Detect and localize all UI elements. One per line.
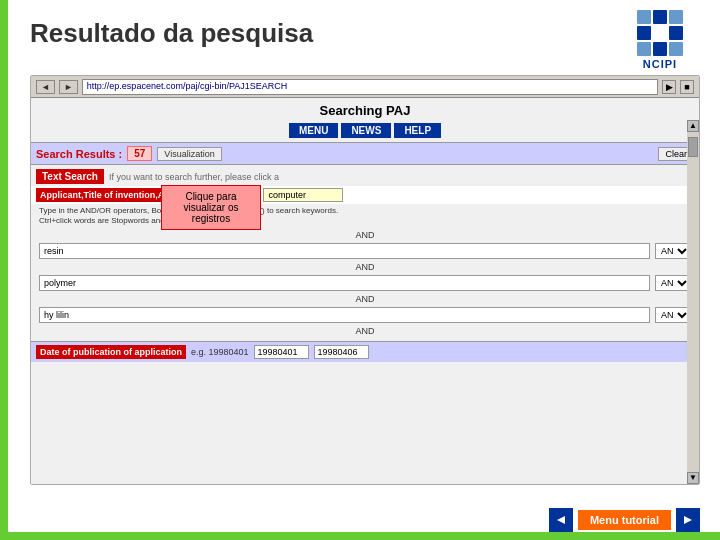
green-bar-left [0,0,8,540]
instructions: Type in the AND/OR operators, Boolean op… [31,204,699,229]
applicant-input[interactable] [263,188,343,202]
bottom-nav: Menu tutorial [549,508,700,532]
date-label: Date of publication of application [36,345,186,359]
search-results-count: 57 [127,146,152,161]
search-results-bar: Search Results : 57 Visualization Clear [31,142,699,165]
logo-box: NCIPI [620,10,700,70]
instruction-line2: Ctrl+click words are Stopwords and are n… [39,216,691,226]
search-input-2[interactable] [39,275,650,291]
logo-area: NCIPI [620,10,700,65]
prev-button[interactable] [549,508,573,532]
scroll-down-button[interactable]: ▼ [687,472,699,484]
next-button[interactable] [676,508,700,532]
page-title: Resultado da pesquisa [0,0,720,59]
logo-grid [637,10,683,56]
svg-marker-1 [684,516,692,524]
search-row-3: AND OR NOT [31,305,699,325]
text-search-row: Text Search If you want to search furthe… [31,167,699,186]
menu-button[interactable]: MENU [289,123,338,138]
browser-go-button[interactable]: ▶ [662,80,676,94]
logo-cell [669,10,683,24]
and-label-2: AND [31,293,699,305]
tooltip-box: Clique para visualizar os registros [161,185,261,230]
main-container: NCIPI Resultado da pesquisa ◄ ► http://e… [0,0,720,540]
instruction-line1: Type in the AND/OR operators, Boolean op… [39,206,691,216]
search-input-1[interactable] [39,243,650,259]
operator-select-2[interactable]: AND OR NOT [655,275,691,291]
date-to-input[interactable] [314,345,369,359]
green-bar-bottom [0,532,720,540]
browser-window: ◄ ► http://ep.espacenet.com/paj/cgi-bin/… [30,75,700,485]
browser-url-bar[interactable]: http://ep.espacenet.com/paj/cgi-bin/PAJ1… [82,79,658,95]
tooltip-text: Clique para visualizar os registros [183,191,238,224]
nav-bar: MENU NEWS HELP [31,121,699,140]
menu-tutorial-button[interactable]: Menu tutorial [578,510,671,530]
news-button[interactable]: NEWS [341,123,391,138]
scroll-thumb[interactable] [688,137,698,157]
logo-cell [669,26,683,40]
and-label-3: AND [31,325,699,337]
operator-select-1[interactable]: AND OR NOT [655,243,691,259]
browser-extra-button[interactable]: ■ [680,80,694,94]
date-example: e.g. 19980401 [191,347,249,357]
browser-toolbar: ◄ ► http://ep.espacenet.com/paj/cgi-bin/… [31,76,699,98]
browser-forward-button[interactable]: ► [59,80,78,94]
svg-marker-0 [557,516,565,524]
prev-icon [555,514,567,526]
help-button[interactable]: HELP [394,123,441,138]
search-results-label: Search Results : [36,148,122,160]
visualize-button[interactable]: Visualization [157,147,221,161]
search-input-3[interactable] [39,307,650,323]
browser-back-button[interactable]: ◄ [36,80,55,94]
logo-cell-empty [653,26,667,40]
text-search-label: Text Search [36,169,104,184]
operator-select-3[interactable]: AND OR NOT [655,307,691,323]
date-row: Date of publication of application e.g. … [31,341,699,362]
page-content: ▲ ▼ Searching PAJ MENU NEWS HELP Search … [31,98,699,484]
logo-text: NCIPI [643,58,677,70]
search-row-1: AND OR NOT [31,241,699,261]
logo-cell [653,10,667,24]
logo-cell [637,42,651,56]
date-from-input[interactable] [254,345,309,359]
next-icon [682,514,694,526]
applicant-row: Applicant,Title of invention,Abstract e.… [31,186,699,204]
logo-cell [653,42,667,56]
scroll-up-button[interactable]: ▲ [687,120,699,132]
and-label-1: AND [31,261,699,273]
logo-cell [637,26,651,40]
text-search-hint: If you want to search further, please cl… [109,172,279,182]
logo-cell [637,10,651,24]
logo-cell [669,42,683,56]
search-row-2: AND OR NOT [31,273,699,293]
paj-header: Searching PAJ [31,98,699,121]
and-label-0: AND [31,229,699,241]
